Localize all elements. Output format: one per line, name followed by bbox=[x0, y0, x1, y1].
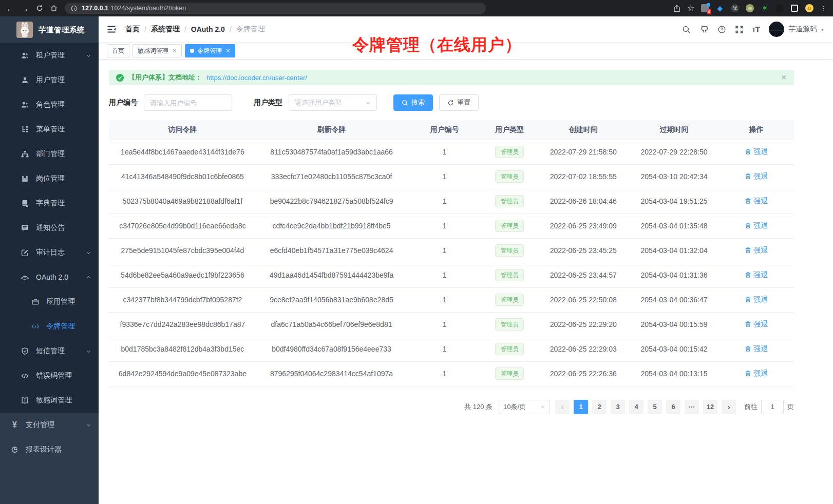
fontsize-icon[interactable]: TT bbox=[752, 25, 760, 34]
force-logout-link[interactable]: 强退 bbox=[745, 270, 768, 280]
force-logout-link[interactable]: 强退 bbox=[745, 369, 768, 378]
sidebar-item-oauth2-token[interactable]: 令牌管理 bbox=[0, 314, 99, 339]
goto-unit: 页 bbox=[787, 402, 794, 412]
force-logout-link[interactable]: 强退 bbox=[745, 320, 768, 329]
force-logout-link[interactable]: 强退 bbox=[745, 246, 768, 255]
sidebar-item-role[interactable]: 角色管理 bbox=[0, 92, 99, 117]
sidebar-item-menu[interactable]: 菜单管理 bbox=[0, 117, 99, 142]
refresh-token-cell: be90422b8c7946218275a508bf524fc9 bbox=[256, 189, 407, 214]
user-type-cell: 管理员 bbox=[482, 238, 537, 263]
goto-page-input[interactable] bbox=[761, 400, 784, 414]
expires-at-cell: 2054-03-04 01:32:04 bbox=[630, 238, 718, 263]
browser-back-icon[interactable]: ← bbox=[6, 5, 14, 12]
page-button-1[interactable]: 1 bbox=[574, 400, 588, 414]
table-row: c342377bf8b344799dcbf7bf095287f2 9ce8ef2… bbox=[109, 287, 794, 312]
app-logo-row[interactable]: 芋道管理系统 bbox=[0, 16, 99, 43]
breadcrumb-home[interactable]: 首页 bbox=[125, 25, 140, 34]
bookmark-star-icon[interactable]: ☆ bbox=[687, 4, 694, 12]
tab-token[interactable]: 令牌管理✕ bbox=[185, 44, 235, 57]
browser-forward-icon[interactable]: → bbox=[21, 5, 29, 12]
extensions-icon[interactable]: 9 bbox=[701, 4, 709, 12]
sidebar-item-label: 敏感词管理 bbox=[36, 396, 72, 405]
extension-circle-icon[interactable] bbox=[746, 4, 754, 12]
sidebar-item-oauth2-app[interactable]: 应用管理 bbox=[0, 289, 99, 314]
sidebar-item-dict[interactable]: 字典管理 bbox=[0, 191, 99, 216]
search-button[interactable]: 搜索 bbox=[393, 94, 433, 111]
sidebar-item-sensitive-word[interactable]: 敏感词管理 bbox=[0, 388, 99, 413]
sidebar-item-errcode[interactable]: 错误码管理 bbox=[0, 363, 99, 388]
breadcrumb-separator: / bbox=[230, 25, 232, 33]
force-logout-link[interactable]: 强退 bbox=[745, 344, 768, 354]
search-icon[interactable] bbox=[682, 25, 691, 34]
tab-sensitive-word[interactable]: 敏感词管理✕ bbox=[132, 44, 182, 57]
page-button-2[interactable]: 2 bbox=[592, 400, 607, 414]
user-id-cell: 1 bbox=[407, 164, 482, 189]
refresh-icon bbox=[447, 100, 454, 106]
sidebar-item-post[interactable]: 岗位管理 bbox=[0, 166, 99, 191]
page-button-4[interactable]: 4 bbox=[629, 400, 643, 414]
force-logout-link[interactable]: 强退 bbox=[745, 172, 768, 181]
sidebar-item-pay[interactable]: ¥ 支付管理 bbox=[0, 413, 99, 437]
extension-pane-icon[interactable] bbox=[790, 4, 799, 12]
doc-link[interactable]: https://doc.iocoder.cn/user-center/ bbox=[206, 74, 307, 82]
page-button-5[interactable]: 5 bbox=[648, 400, 662, 414]
next-page-button[interactable]: › bbox=[722, 400, 736, 414]
breadcrumb-oauth2[interactable]: OAuth 2.0 bbox=[191, 25, 225, 33]
close-icon[interactable]: ✕ bbox=[172, 48, 177, 54]
reset-button[interactable]: 重置 bbox=[439, 94, 479, 111]
sidebar-collapse-icon[interactable] bbox=[107, 25, 116, 33]
user-type-cell: 管理员 bbox=[482, 337, 537, 361]
fullscreen-icon[interactable] bbox=[735, 25, 744, 34]
breadcrumb-system[interactable]: 系统管理 bbox=[151, 25, 180, 34]
user-menu[interactable]: 芋道源码 ▾ bbox=[769, 22, 824, 37]
extension-pinwheel-icon[interactable] bbox=[775, 4, 784, 12]
col-created-at: 创建时间 bbox=[537, 120, 630, 140]
extension-cmd-icon[interactable]: ⌘ bbox=[731, 4, 739, 12]
github-icon[interactable] bbox=[699, 25, 709, 34]
help-icon[interactable] bbox=[717, 25, 726, 34]
close-icon[interactable]: ✕ bbox=[781, 73, 787, 82]
user-id-input[interactable] bbox=[144, 94, 232, 111]
extension-gem-icon[interactable]: ◆ bbox=[716, 4, 724, 12]
force-logout-link[interactable]: 强退 bbox=[745, 295, 768, 304]
force-logout-link[interactable]: 强退 bbox=[745, 197, 768, 206]
sidebar-item-audit-log[interactable]: 审计日志 bbox=[0, 240, 99, 265]
browser-reload-icon[interactable] bbox=[36, 5, 43, 12]
sidebar-item-notice[interactable]: 通知公告 bbox=[0, 216, 99, 240]
prev-page-button[interactable]: ‹ bbox=[555, 400, 570, 414]
force-logout-link[interactable]: 强退 bbox=[745, 221, 768, 230]
user-id-cell: 1 bbox=[407, 238, 482, 263]
force-logout-label: 强退 bbox=[753, 246, 768, 255]
sidebar-item-report-designer[interactable]: 报表设计器 bbox=[0, 437, 99, 462]
col-refresh-token: 刷新令牌 bbox=[256, 120, 407, 140]
page-button-12[interactable]: 12 bbox=[703, 400, 717, 414]
refresh-token-cell: 333ecfc71e02480cb11055c875c3ca0f bbox=[256, 164, 407, 189]
url-bar[interactable]: 127.0.0.1:1024/system/oauth2/token bbox=[65, 3, 486, 14]
force-logout-label: 强退 bbox=[753, 344, 768, 354]
share-icon[interactable] bbox=[673, 5, 680, 12]
sidebar-item-oauth2[interactable]: OAuth 2.0 bbox=[0, 265, 99, 289]
sidebar-item-user[interactable]: 用户管理 bbox=[0, 68, 99, 92]
tag-tab-bar: 首页 敏感词管理✕ 令牌管理✕ bbox=[99, 42, 833, 60]
page-size-select[interactable]: 10条/页 bbox=[499, 400, 550, 414]
table-row: b0d1785bc3a8482f812db4a3f3bd15ec b0df498… bbox=[109, 337, 794, 361]
sidebar-item-dept[interactable]: 部门管理 bbox=[0, 142, 99, 166]
page-button-6[interactable]: 6 bbox=[666, 400, 680, 414]
extension-star-icon[interactable]: ✶ bbox=[761, 4, 769, 12]
page-button-3[interactable]: 3 bbox=[611, 400, 625, 414]
site-info-icon[interactable] bbox=[71, 5, 78, 12]
sidebar-item-sms[interactable]: 短信管理 bbox=[0, 339, 99, 363]
refresh-token-cell: cdfc4ce9c2da4bb1bdf21b9918ff4be5 bbox=[256, 214, 407, 238]
sidebar-item-tenant[interactable]: 租户管理 bbox=[0, 43, 99, 68]
more-pages-button[interactable]: ··· bbox=[685, 400, 699, 414]
user-id-cell: 1 bbox=[407, 361, 482, 386]
tab-home[interactable]: 首页 bbox=[107, 44, 129, 57]
browser-menu-icon[interactable]: ⋮ bbox=[820, 5, 827, 12]
user-type-select[interactable]: 请选择用户类型 bbox=[289, 94, 377, 111]
browser-home-icon[interactable] bbox=[50, 5, 58, 12]
close-icon[interactable]: ✕ bbox=[225, 48, 230, 54]
sidebar: 芋道管理系统 租户管理 用户管理 角色管理 菜单管理 部门管理 bbox=[0, 16, 99, 504]
refresh-token-cell: b0df4980ffd34c67a08f9156e4eee733 bbox=[256, 337, 407, 361]
force-logout-link[interactable]: 强退 bbox=[745, 147, 768, 157]
profile-avatar-icon[interactable]: ☺ bbox=[805, 4, 813, 12]
